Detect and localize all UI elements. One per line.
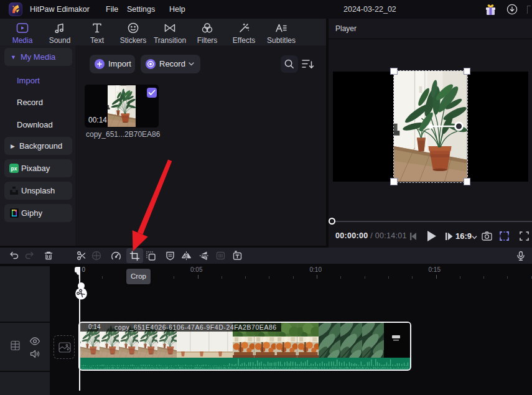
svg-text:px: px (11, 165, 17, 172)
